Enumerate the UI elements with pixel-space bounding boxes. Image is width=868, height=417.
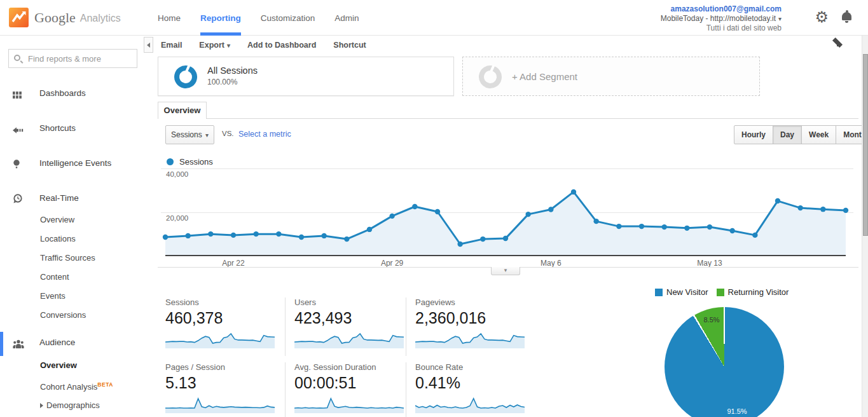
sidebar-subitem-audience-overview[interactable]: Overview — [40, 359, 151, 372]
nav-customization[interactable]: Customization — [261, 0, 315, 36]
users-sparkline[interactable] — [294, 332, 404, 348]
metric-card-bounce-rate: Bounce Rate 0.41% — [406, 362, 524, 417]
metric-label: Users — [294, 297, 403, 307]
expand-arrow-icon — [40, 403, 43, 408]
nav-reporting[interactable]: Reporting — [200, 0, 241, 36]
session-duration-sparkline[interactable] — [294, 397, 404, 413]
chevron-down-icon: ▾ — [205, 132, 209, 139]
report-search — [8, 49, 137, 68]
settings-gear-icon[interactable]: ⚙ — [815, 8, 829, 26]
sidebar-item-dashboards[interactable]: Dashboards — [0, 85, 156, 102]
export-button[interactable]: Export▾ — [199, 41, 230, 50]
nav-home[interactable]: Home — [158, 0, 181, 36]
google-analytics-logo[interactable]: Google Analytics — [9, 8, 121, 27]
sidebar-item-intelligence-events[interactable]: Intelligence Events — [0, 155, 156, 172]
metric-value: 00:00:51 — [294, 374, 403, 392]
sidebar-item-label: Shortcuts — [39, 120, 76, 137]
granularity-switcher: Hourly Day Week Month — [734, 125, 868, 144]
collapse-arrow-icon — [147, 43, 150, 48]
sidebar-subitem-content[interactable]: Content — [40, 271, 151, 284]
sidebar-subitem-conversions[interactable]: Conversions — [40, 309, 151, 322]
analytics-logo-icon — [9, 8, 29, 27]
account-property-text: MobileToday - http://mobiletoday.it — [661, 14, 776, 23]
metric-card-pages-per-session: Pages / Session 5.13 — [165, 362, 284, 417]
sidebar-item-label: Audience — [39, 334, 75, 351]
sidebar-subitem-events[interactable]: Events — [40, 290, 151, 303]
export-label: Export — [199, 41, 224, 50]
vertical-scrollbar-track[interactable] — [862, 36, 868, 417]
nav-admin[interactable]: Admin — [334, 0, 359, 36]
pie-slice-label-new: 91.5% — [718, 407, 756, 415]
sidebar-subitem-locations[interactable]: Locations — [40, 233, 151, 245]
sessions-legend-label: Sessions — [179, 157, 213, 167]
chart-expander-button[interactable]: ▾ — [491, 267, 520, 275]
metric-card-pageviews: Pageviews 2,360,016 — [406, 297, 524, 356]
segment-all-sessions[interactable]: All Sessions 100.00% — [158, 57, 454, 96]
sessions-line-chart[interactable] — [165, 166, 846, 256]
metric-card-sessions: Sessions 460,378 — [165, 297, 284, 356]
segment-donut-icon-gray — [477, 64, 504, 90]
select-a-metric-link[interactable]: Select a metric — [238, 130, 291, 139]
sidebar: Dashboards Shortcuts Intelligence Events… — [0, 36, 156, 417]
education-cap-icon[interactable] — [831, 36, 844, 49]
metric-value: 0.41% — [415, 374, 524, 392]
segment-title: All Sessions — [207, 65, 258, 76]
bounce-rate-sparkline[interactable] — [415, 397, 525, 413]
metric-label: Sessions — [165, 297, 284, 307]
shortcut-button[interactable]: Shortcut — [333, 41, 366, 50]
chart-legend: Sessions — [167, 157, 213, 167]
sidebar-item-real-time[interactable]: Real-Time — [0, 190, 156, 207]
real-time-clock-icon — [13, 193, 23, 210]
returning-visitor-swatch — [717, 289, 724, 296]
sessions-sparkline[interactable] — [165, 332, 275, 348]
add-to-dashboard-button[interactable]: Add to Dashboard — [247, 41, 316, 50]
metric-value: 5.13 — [165, 374, 284, 392]
tab-overview[interactable]: Overview — [158, 102, 207, 119]
granularity-week-button[interactable]: Week — [801, 125, 836, 144]
logo-product-text: Analytics — [80, 13, 121, 24]
sidebar-item-label: Dashboards — [39, 85, 86, 102]
account-property[interactable]: MobileToday - http://mobiletoday.it▾ — [661, 14, 782, 24]
shortcuts-arrow-icon — [13, 123, 24, 140]
pageviews-sparkline[interactable] — [415, 332, 525, 348]
sidebar-subitem-cohort-analysis[interactable]: Cohort AnalysisBETA — [40, 378, 151, 391]
metric-value: 423,493 — [294, 309, 403, 327]
metric-selector-label: Sessions — [171, 130, 202, 139]
metric-card-users: Users 423,493 — [285, 297, 403, 356]
granularity-day-button[interactable]: Day — [773, 125, 802, 144]
pages-session-sparkline[interactable] — [165, 397, 275, 413]
sidebar-item-audience[interactable]: Audience — [0, 334, 156, 351]
sidebar-item-label: Real-Time — [39, 190, 79, 207]
vertical-scrollbar-thumb[interactable] — [863, 54, 868, 236]
account-email[interactable]: amazasolution007@gmail.com — [661, 4, 782, 14]
metric-label: Avg. Session Duration — [294, 362, 403, 372]
metric-card-avg-session-duration: Avg. Session Duration 00:00:51 — [285, 362, 403, 417]
legend-label: New Visitor — [666, 287, 708, 297]
sidebar-subitem-demographics[interactable]: Demographics — [40, 399, 151, 412]
sidebar-subitem-traffic-sources[interactable]: Traffic Sources — [40, 252, 151, 264]
new-visitor-swatch — [655, 289, 663, 296]
email-button[interactable]: Email — [161, 41, 182, 50]
add-segment-button[interactable]: + Add Segment — [462, 57, 760, 96]
app-header: Google Analytics Home Reporting Customiz… — [0, 0, 868, 36]
metric-label: Bounce Rate — [415, 362, 524, 372]
granularity-hourly-button[interactable]: Hourly — [734, 125, 773, 144]
tabstrip-divider — [158, 118, 858, 119]
legend-new-visitor: New Visitor — [655, 287, 708, 297]
sidebar-item-label: Intelligence Events — [39, 155, 111, 172]
metric-label: Pageviews — [415, 297, 524, 307]
metric-selector-dropdown[interactable]: Sessions ▾ — [165, 125, 214, 144]
segment-donut-icon — [172, 64, 199, 90]
search-input[interactable] — [8, 49, 137, 68]
metric-value: 2,360,016 — [415, 309, 524, 327]
sidebar-subitem-realtime-overview[interactable]: Overview — [40, 214, 151, 226]
sidebar-item-shortcuts[interactable]: Shortcuts — [0, 120, 156, 137]
x-axis-labels: Apr 22Apr 29May 6May 13 — [156, 259, 855, 268]
dashboards-grid-icon — [13, 88, 22, 105]
notifications-bell-icon[interactable] — [842, 12, 851, 20]
logo-brand-text: Google — [34, 10, 76, 26]
sidebar-collapse-button[interactable] — [144, 37, 153, 53]
account-switcher[interactable]: amazasolution007@gmail.com MobileToday -… — [661, 4, 782, 33]
report-toolbar: Email Export▾ Add to Dashboard Shortcut — [161, 36, 383, 54]
segment-percent: 100.00% — [207, 78, 237, 86]
